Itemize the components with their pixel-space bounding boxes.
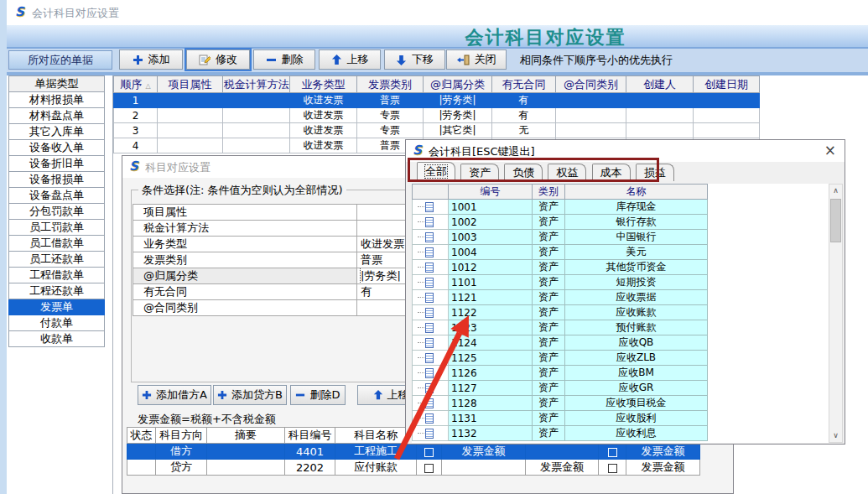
- sidebar-item[interactable]: 员工借款单: [9, 236, 105, 252]
- col-seq[interactable]: 顺序△: [114, 76, 158, 93]
- col-invtype[interactable]: 发票类别: [357, 76, 424, 93]
- edit-icon: [199, 54, 211, 65]
- sidebar-item[interactable]: 设备收入单: [9, 140, 105, 156]
- subject-row[interactable]: 1121资产应收票据: [413, 290, 708, 305]
- checkbox[interactable]: [424, 464, 434, 473]
- document-icon: [425, 278, 434, 288]
- col-name[interactable]: 名称: [565, 185, 708, 200]
- window-title: 会计科目对应设置: [32, 6, 119, 21]
- doc-types-list: 单据类型 材料报损单 材料盘点单 其它入库单 设备收入单 设备折旧单 设备报损单…: [8, 75, 105, 347]
- checkbox[interactable]: [608, 464, 617, 473]
- sidebar-item[interactable]: 设备盘点单: [9, 188, 105, 204]
- annotation-red-arrow: [384, 309, 478, 465]
- checkbox[interactable]: [608, 448, 617, 457]
- app-window: S 会计科目对应设置 会计科目对应设置 所对应的单据 添加 修改 删除 上移 下…: [0, 0, 868, 494]
- annotation-red-rectangle: [408, 158, 659, 182]
- modify-button[interactable]: 修改: [186, 49, 250, 70]
- plus-icon: [217, 390, 227, 400]
- subject-row[interactable]: 1012资产其他货币资金: [413, 260, 708, 275]
- sidebar-item[interactable]: 员工还款单: [9, 252, 105, 268]
- app-icon: S: [15, 6, 24, 18]
- col-contracttype[interactable]: @合同类别: [556, 76, 626, 93]
- move-up-button[interactable]: 上移: [319, 49, 381, 70]
- scrollbar-thumb[interactable]: [830, 199, 841, 242]
- subject-row[interactable]: 1002资产银行存款: [413, 215, 708, 230]
- close-icon[interactable]: ×: [824, 142, 836, 159]
- sidebar-item[interactable]: 工程借款单: [9, 268, 105, 283]
- priority-hint-text: 相同条件下顺序号小的优先执行: [520, 49, 673, 72]
- sidebar-item[interactable]: 付款单: [9, 315, 105, 331]
- delete-entry-button[interactable]: 删除D: [290, 385, 346, 405]
- col-cat[interactable]: 类别: [533, 185, 565, 200]
- subjects-header-row: 编号 类别 名称: [413, 185, 708, 200]
- sidebar-item[interactable]: 其它入库单: [9, 124, 105, 140]
- sidebar-item-selected[interactable]: 发票单: [9, 299, 105, 315]
- docs-panel-label: 所对应的单据: [8, 50, 112, 70]
- document-icon: [425, 247, 434, 257]
- sidebar-item[interactable]: 收款单: [9, 331, 105, 347]
- sidebar-item[interactable]: 工程还款单: [9, 283, 105, 299]
- col-creator[interactable]: 创建人: [626, 76, 694, 93]
- window-titlebar: S 会计科目对应设置: [7, 0, 868, 25]
- arrow-up-icon: [331, 55, 342, 65]
- move-up-button-label: 上移: [347, 52, 369, 67]
- col-biztype[interactable]: 业务类型: [290, 76, 357, 93]
- sidebar-item[interactable]: 员工罚款单: [9, 220, 105, 236]
- sidebar-item[interactable]: 材料报损单: [9, 92, 105, 108]
- col-contract[interactable]: 有无合同: [492, 76, 556, 93]
- minus-icon: [266, 55, 277, 65]
- rule-row[interactable]: 3收进发票专票|其它类|无: [114, 123, 760, 138]
- move-down-button[interactable]: 下移: [384, 49, 445, 70]
- rule-row-selected[interactable]: 1收进发票普票|劳务类|有: [114, 93, 760, 108]
- document-icon: [425, 217, 434, 227]
- subject-row[interactable]: 1003资产中国银行: [413, 230, 708, 245]
- mapping-dialog-title: 科目对应设置: [145, 160, 211, 175]
- banner: 会计科目对应设置: [7, 25, 868, 49]
- sidebar-item[interactable]: 分包罚款单: [9, 204, 105, 220]
- col-project[interactable]: 项目属性: [158, 76, 223, 93]
- plus-icon: [133, 55, 143, 65]
- plus-icon: [142, 390, 152, 400]
- col-category[interactable]: @归属分类: [424, 76, 492, 93]
- col-createdate[interactable]: 创建日期: [694, 76, 760, 93]
- minus-icon: [295, 390, 305, 400]
- subject-row[interactable]: 1001资产库存现金: [413, 200, 708, 215]
- move-down-button-label: 下移: [412, 52, 434, 67]
- document-icon: [425, 293, 434, 303]
- document-icon: [425, 202, 434, 212]
- col-code[interactable]: 编号: [449, 185, 533, 200]
- arrow-up-icon: [373, 390, 383, 400]
- page-title: 会计科目对应设置: [413, 25, 678, 50]
- rules-header-row: 顺序△ 项目属性 税金计算方法 业务类型 发票类别 @归属分类 有无合同 @合同…: [114, 76, 760, 93]
- sidebar-item[interactable]: 设备报损单: [9, 172, 105, 188]
- arrow-down-icon: [396, 55, 407, 65]
- scroll-up-icon[interactable]: ∧: [829, 185, 842, 197]
- doc-types-header: 单据类型: [9, 76, 105, 92]
- rule-row[interactable]: 2收进发票专票|劳务类|有: [114, 108, 760, 123]
- sidebar-item[interactable]: 设备折旧单: [9, 156, 105, 172]
- sort-icon: △: [145, 82, 150, 90]
- delete-button-label: 删除: [282, 52, 304, 67]
- delete-button[interactable]: 删除: [253, 49, 315, 70]
- app-icon: S: [413, 144, 422, 157]
- subject-row[interactable]: 1101资产短期投资: [413, 275, 708, 290]
- add-credit-button[interactable]: 添加贷方B: [213, 385, 287, 405]
- condition-groupbox-label: 条件选择(注: 条件值为空则认为全部情况): [138, 183, 346, 198]
- toolbar: 所对应的单据 添加 修改 删除 上移 下移 关闭 相同条件下顺序号小的优先执行: [7, 49, 868, 72]
- modify-button-label: 修改: [216, 52, 237, 67]
- close-button[interactable]: 关闭: [446, 49, 507, 70]
- add-debit-button[interactable]: 添加借方A: [138, 385, 211, 405]
- doc-types-panel: 单据类型 材料报损单 材料盘点单 其它入库单 设备收入单 设备折旧单 设备报损单…: [7, 75, 113, 494]
- app-icon: S: [129, 160, 138, 173]
- subject-row[interactable]: 1004资产美元: [413, 245, 708, 260]
- close-door-icon: [457, 55, 470, 65]
- scroll-down-icon[interactable]: ∨: [829, 429, 842, 442]
- left-edge-strip: [0, 0, 7, 494]
- col-taxmethod[interactable]: 税金计算方法: [223, 76, 290, 93]
- add-button[interactable]: 添加: [119, 49, 183, 70]
- document-icon: [425, 263, 434, 273]
- scrollbar[interactable]: ∧ ∨: [829, 184, 843, 443]
- document-icon: [425, 232, 434, 242]
- close-button-label: 关闭: [475, 52, 496, 67]
- sidebar-item[interactable]: 材料盘点单: [9, 108, 105, 124]
